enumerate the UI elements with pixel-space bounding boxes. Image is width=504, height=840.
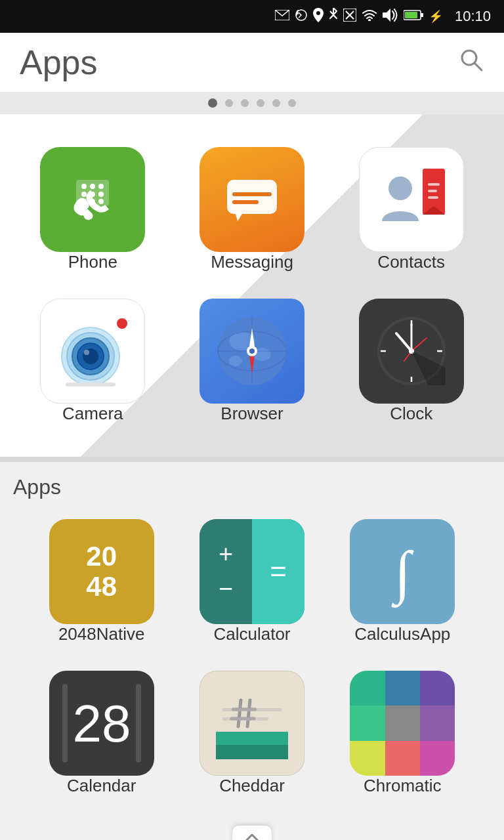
chromatic-cell-5 [385,705,420,740]
svg-rect-41 [66,383,116,387]
messaging-icon [200,147,304,252]
app-calendar-label: Calendar [67,776,136,796]
svg-rect-71 [216,751,288,759]
dot-1[interactable] [208,98,217,108]
svg-rect-33 [428,196,438,199]
svg-rect-25 [232,192,272,196]
svg-point-52 [249,348,255,354]
svg-line-13 [474,63,482,70]
app-chromatic[interactable]: Chromatic [327,658,478,809]
chromatic-icon [350,671,455,776]
chromatic-cell-4 [350,705,385,740]
search-button[interactable] [458,47,484,78]
svg-point-15 [81,184,87,189]
app-browser-label: Browser [220,404,283,424]
phone-icon [40,147,145,252]
2048native-icon: 20 48 [49,519,154,624]
svg-point-18 [81,192,87,197]
chromatic-cell-9 [420,741,455,776]
apps-section: Apps 20 48 2048Native + − = [0,462,504,816]
contacts-icon [359,147,464,252]
bluetooth-icon [329,8,338,25]
bottom-arrow-button[interactable] [232,826,272,840]
mail-icon [275,10,289,23]
svg-point-20 [98,192,104,197]
app-camera-label: Camera [62,404,123,424]
svg-point-16 [90,184,95,189]
app-clock-label: Clock [390,404,432,424]
browser-icon [200,299,304,404]
app-phone-label: Phone [68,252,117,272]
svg-rect-76 [222,708,282,711]
app-2048native[interactable]: 20 48 2048Native [26,506,177,658]
dot-6[interactable] [288,99,296,107]
chromatic-cell-6 [420,705,455,740]
app-clock[interactable]: Clock [331,285,491,437]
svg-rect-31 [428,183,440,186]
svg-point-3 [316,11,320,15]
svg-rect-26 [232,200,259,204]
chromatic-cell-8 [385,741,420,776]
dot-5[interactable] [272,99,280,107]
svg-point-28 [388,177,412,200]
wifi-icon [362,9,377,24]
app-calculator[interactable]: + − = Calculator [177,506,327,658]
pinned-apps-grid: Phone Messaging [0,127,504,444]
svg-rect-32 [428,190,437,192]
calc-equals-icon: = [270,555,287,588]
camera-icon [40,299,145,404]
chromatic-cell-7 [350,741,385,776]
app-chromatic-label: Chromatic [364,776,441,796]
app-phone[interactable]: Phone [13,134,173,285]
svg-point-34 [117,318,127,329]
calculator-icon: + − = [200,519,304,624]
cheddar-icon [200,671,304,776]
app-2048native-label: 2048Native [58,624,145,644]
status-icons: ⚡ [275,8,443,25]
app-calculusapp[interactable]: ∫ CalculusApp [327,506,478,658]
page-dots [0,92,504,114]
calc-plus-icon: + [219,540,233,568]
rotation-lock-icon [295,9,308,24]
svg-rect-77 [222,717,268,721]
app-cheddar-label: Cheddar [219,776,285,796]
pinned-apps-section: Phone Messaging [0,114,504,457]
chromatic-cell-1 [350,671,385,705]
svg-marker-27 [236,214,242,221]
status-bar: ⚡ 10:10 [0,0,504,33]
app-messaging[interactable]: Messaging [173,134,332,285]
header: Apps [0,33,504,92]
app-calendar[interactable]: 28 Calendar [26,658,177,809]
svg-point-23 [98,199,104,204]
app-browser[interactable]: Browser [173,285,332,437]
app-contacts-label: Contacts [377,252,445,272]
battery-icon [404,10,423,23]
svg-rect-65 [62,684,68,763]
status-time: 10:10 [455,8,491,25]
app-camera[interactable]: Camera [13,285,173,437]
svg-point-45 [229,356,242,366]
integral-symbol: ∫ [394,538,411,606]
apps-grid: 20 48 2048Native + − = Calculator [13,499,491,816]
svg-point-40 [84,350,89,355]
dot-2[interactable] [225,99,233,107]
app-cheddar[interactable]: Cheddar [177,658,327,809]
app-messaging-label: Messaging [211,252,293,272]
clock-icon [359,299,464,404]
app-contacts[interactable]: Contacts [331,134,491,285]
2048-top-num: 20 [86,541,117,572]
calendar-icon: 28 [49,671,154,776]
dot-4[interactable] [257,99,264,107]
page-title: Apps [20,43,98,82]
svg-point-17 [98,184,104,189]
location-icon [313,8,324,25]
bottom-nav-hint [0,816,504,840]
calc-minus-icon: − [219,575,233,603]
x-icon [343,9,356,24]
app-calculusapp-label: CalculusApp [354,624,450,644]
svg-rect-24 [227,180,277,214]
svg-rect-66 [136,684,141,763]
section-divider [0,457,504,462]
apps-section-title: Apps [13,475,61,499]
dot-3[interactable] [241,99,249,107]
